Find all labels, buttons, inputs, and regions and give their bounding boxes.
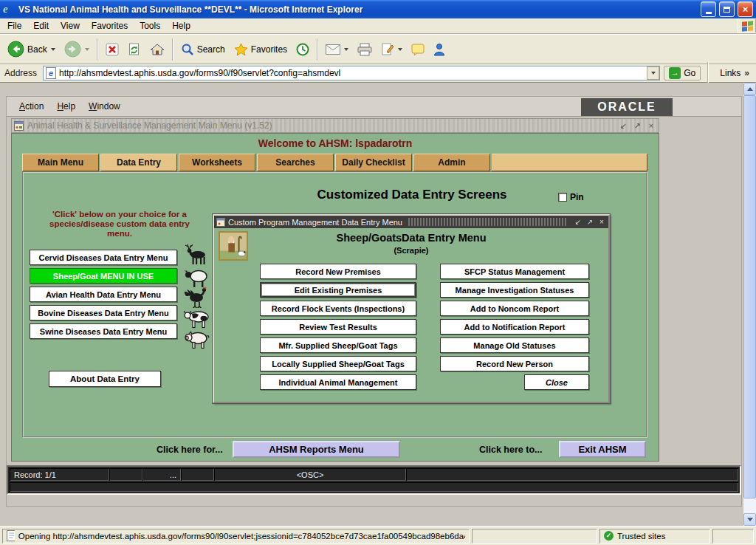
menu-help[interactable]: Help (166, 21, 196, 31)
edit-icon (381, 43, 394, 56)
mdi-window-titlebar[interactable]: Animal Health & Surveillance Management … (11, 118, 659, 133)
browser-statusbar: Opening http://ahsmdevtest.aphis.usda.go… (0, 526, 756, 545)
back-label: Back (27, 44, 47, 55)
tab-main-menu[interactable]: Main Menu (22, 154, 99, 171)
edit-dropdown-icon[interactable] (398, 48, 402, 51)
console-cell (181, 468, 214, 481)
toolbar-separator (317, 38, 318, 61)
ahsm-reports-menu-button[interactable]: AHSM Reports Menu (233, 441, 400, 458)
forms-status-console: Record: 1/1 ... <OSC> (7, 465, 741, 495)
dialog-minimize-icon[interactable]: ↙ (574, 218, 583, 226)
home-button[interactable] (145, 40, 169, 59)
record-new-premises-button[interactable]: Record New Premises (260, 264, 416, 279)
dialog-titlebar[interactable]: Custom Program Management Data Entry Men… (214, 216, 608, 228)
mdi-restore-icon[interactable]: ↗ (632, 121, 642, 131)
about-data-entry-button[interactable]: About Data Entry (49, 371, 161, 387)
manage-investigation-statuses-button[interactable]: Manage Investigation Statuses (440, 282, 589, 298)
add-to-notification-report-button[interactable]: Add to Notification Report (440, 319, 589, 335)
go-label: Go (684, 68, 695, 78)
print-icon (357, 43, 372, 56)
species-button-sheep-goat-in-use[interactable]: Sheep/Goat MENU IN USE (30, 268, 177, 284)
favorites-star-icon (234, 43, 248, 56)
mail-button[interactable] (321, 41, 353, 58)
species-button-avian[interactable]: Avian Health Data Entry Menu (30, 287, 177, 302)
go-button[interactable]: → Go (664, 66, 701, 80)
pin-control: Pin (558, 192, 584, 202)
menu-tools[interactable]: Tools (134, 21, 166, 31)
toolbar-separator (97, 38, 98, 61)
pin-checkbox[interactable] (558, 193, 567, 202)
links-button[interactable]: Links » (715, 68, 754, 78)
address-dropdown-button[interactable] (647, 66, 659, 80)
exit-ahsm-button[interactable]: Exit AHSM (559, 441, 646, 458)
favorites-button[interactable]: Favorites (230, 40, 292, 59)
scrollbar-thumb[interactable] (743, 95, 756, 498)
menu-file[interactable]: File (1, 21, 27, 31)
mdi-minimize-icon[interactable]: ↙ (618, 121, 628, 131)
species-button-bovine[interactable]: Bovine Diseases Data Entry Menu (30, 305, 177, 321)
scroll-down-button[interactable] (743, 513, 756, 526)
scroll-up-button[interactable] (743, 83, 756, 95)
forms-menubar: Action Help Window ORACLE (7, 97, 741, 117)
mail-dropdown-icon[interactable] (344, 48, 348, 51)
stop-button[interactable] (101, 40, 123, 59)
mdi-window-title: Animal Health & Surveillance Management … (27, 120, 614, 131)
messenger-button[interactable] (429, 40, 450, 59)
discuss-button[interactable] (407, 41, 429, 58)
back-dropdown-icon[interactable] (51, 48, 55, 51)
tab-admin[interactable]: Admin (413, 154, 490, 171)
address-dropdown-icon (651, 72, 656, 75)
edit-existing-premises-button[interactable]: Edit Existing Premises (260, 282, 416, 298)
dialog-close-icon[interactable]: × (597, 218, 606, 226)
add-to-noncom-report-button[interactable]: Add to Noncom Report (440, 301, 589, 316)
dialog-restore-icon[interactable]: ↗ (585, 218, 594, 226)
address-input[interactable] (59, 68, 644, 78)
forms-menu-help[interactable]: Help (50, 101, 82, 112)
tab-daily-checklist[interactable]: Daily Checklist (335, 154, 412, 171)
edit-button[interactable] (377, 40, 407, 59)
oracle-logo: ORACLE (581, 98, 673, 116)
forms-menu-window[interactable]: Window (82, 101, 127, 112)
tab-searches[interactable]: Searches (257, 154, 334, 171)
menu-edit[interactable]: Edit (27, 21, 55, 31)
search-button[interactable]: Search (176, 40, 230, 59)
close-button[interactable]: × (738, 1, 753, 17)
tab-worksheets[interactable]: Worksheets (179, 154, 255, 171)
dialog-body: Sheep/GoatsData Entry Menu (Scrapie) Rec… (214, 228, 608, 400)
vertical-scrollbar[interactable] (743, 83, 756, 526)
species-button-cervid[interactable]: Cervid Diseases Data Entry Menu (30, 250, 177, 265)
locally-supplied-tags-button[interactable]: Locally Supplied Sheep/Goat Tags (260, 356, 416, 371)
dialog-close-button[interactable]: Close (524, 374, 589, 390)
refresh-button[interactable] (123, 40, 145, 59)
forms-menu-action[interactable]: Action (13, 101, 50, 112)
tab-bar-filler (492, 154, 647, 171)
tab-data-entry[interactable]: Data Entry (100, 154, 177, 171)
record-new-person-button[interactable]: Record New Person (440, 356, 589, 371)
species-button-swine[interactable]: Swine Diseases Data Entry Menu (30, 323, 177, 339)
forward-icon (64, 41, 81, 58)
mfr-supplied-tags-button[interactable]: Mfr. Supplied Sheep/Goat Tags (260, 337, 416, 353)
back-icon (7, 41, 24, 58)
forward-button[interactable] (60, 38, 94, 61)
form-window-icon (216, 218, 225, 227)
review-test-results-button[interactable]: Review Test Results (260, 319, 416, 335)
individual-animal-management-button[interactable]: Individual Animal Management (260, 374, 416, 390)
record-flock-events-button[interactable]: Record Flock Events (Inspections) (260, 301, 416, 316)
menu-view[interactable]: View (55, 21, 86, 31)
mail-icon (326, 44, 340, 55)
back-button[interactable]: Back (3, 38, 60, 61)
print-button[interactable] (353, 40, 377, 59)
maximize-button[interactable] (719, 1, 735, 17)
stop-icon (106, 43, 119, 56)
scroll-down-icon (747, 518, 753, 521)
forward-dropdown-icon[interactable] (85, 48, 89, 51)
mdi-close-icon[interactable]: × (646, 121, 656, 130)
sfcp-status-management-button[interactable]: SFCP Status Management (440, 264, 589, 279)
history-button[interactable] (292, 40, 314, 59)
manage-old-statuses-button[interactable]: Manage Old Statuses (440, 337, 589, 353)
oracle-forms-applet: Action Help Window ORACLE Animal Health … (6, 96, 742, 507)
menu-favorites[interactable]: Favorites (86, 21, 134, 31)
pig-icon (179, 326, 213, 349)
minimize-button[interactable] (701, 1, 716, 17)
search-label: Search (197, 44, 225, 55)
